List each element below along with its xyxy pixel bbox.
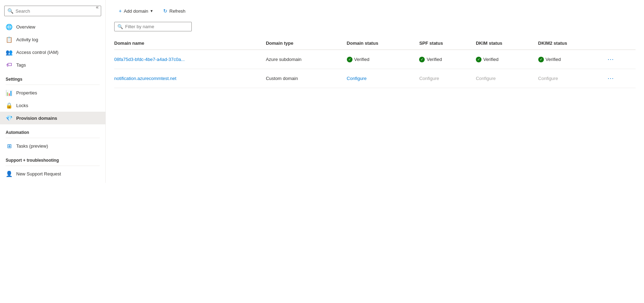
sidebar-item-locks[interactable]: 🔒 Locks <box>0 99 105 112</box>
search-box[interactable]: 🔍 <box>4 6 101 16</box>
sidebar-item-provision-domains[interactable]: 💎 Provision domains <box>0 112 105 124</box>
table-row: notification.azurecommtest.net Custom do… <box>114 69 636 88</box>
sidebar-item-overview[interactable]: 🌐 Overview <box>0 20 105 33</box>
lock-icon: 🔒 <box>6 102 13 109</box>
cell-domain-status: ✓ Verified <box>347 50 419 69</box>
col-actions <box>606 37 636 50</box>
dkim2-check-icon: ✓ <box>538 57 544 62</box>
support-divider <box>6 166 100 166</box>
cell-row1-actions: ··· <box>606 50 636 69</box>
sidebar-item-properties[interactable]: 📊 Properties <box>0 86 105 99</box>
cell-domain-status-2: Configure <box>347 69 419 88</box>
support-section-header: Support + troubleshooting <box>0 152 105 164</box>
dkim-status-label: Verified <box>483 57 498 62</box>
refresh-button[interactable]: ↻ Refresh <box>159 6 190 16</box>
domain-status-label: Verified <box>354 57 369 62</box>
toolbar: + Add domain ▾ ↻ Refresh <box>114 6 636 16</box>
sidebar-item-label: Tags <box>16 62 26 68</box>
sidebar-item-label: Locks <box>16 103 28 108</box>
domain-name-link[interactable]: 08fa75d3-bfdc-4be7-a4ad-37c0a... <box>114 57 185 62</box>
sidebar-panel: 🔍 « 🌐 Overview 📋 Activity log 👥 Access c… <box>0 0 106 183</box>
filter-input-wrap[interactable]: 🔍 <box>114 22 192 31</box>
cell-domain-name-2: notification.azurecommtest.net <box>114 69 266 88</box>
add-domain-label: Add domain <box>124 8 148 14</box>
col-spf-status: SPF status <box>419 37 476 50</box>
dkim-check-icon: ✓ <box>476 57 482 62</box>
table-row: 08fa75d3-bfdc-4be7-a4ad-37c0a... Azure s… <box>114 50 636 69</box>
spf-configure-grey: Configure <box>419 76 439 81</box>
cell-spf-status-2: Configure <box>419 69 476 88</box>
domain-status-configure[interactable]: Configure <box>347 76 367 81</box>
cell-domain-type: Azure subdomain <box>266 50 346 69</box>
dkim-status-verified: ✓ Verified <box>476 57 534 62</box>
main-content: + Add domain ▾ ↻ Refresh 🔍 Domain name D… <box>106 0 644 303</box>
grid-icon: ⊞ <box>6 142 13 149</box>
sidebar-item-activity-log[interactable]: 📋 Activity log <box>0 33 105 46</box>
filter-bar: 🔍 <box>114 22 636 31</box>
domain-status-verified: ✓ Verified <box>347 57 415 62</box>
col-domain-type: Domain type <box>266 37 346 50</box>
cell-domain-name: 08fa75d3-bfdc-4be7-a4ad-37c0a... <box>114 50 266 69</box>
spf-status-label: Verified <box>427 57 442 62</box>
table-header: Domain name Domain type Domain status SP… <box>114 37 636 50</box>
sidebar-item-tags[interactable]: 🏷 Tags <box>0 58 105 71</box>
cell-dkim-status: ✓ Verified <box>476 50 538 69</box>
sidebar-item-label: Overview <box>16 24 35 30</box>
sidebar-item-label: New Support Request <box>16 171 61 177</box>
dkim2-status-verified: ✓ Verified <box>538 57 601 62</box>
search-icon: 🔍 <box>7 8 13 14</box>
chevron-down-icon: ▾ <box>151 8 153 13</box>
filter-search-icon: 🔍 <box>117 24 123 29</box>
table-body: 08fa75d3-bfdc-4be7-a4ad-37c0a... Azure s… <box>114 50 636 88</box>
cell-domain-type-2: Custom domain <box>266 69 346 88</box>
sidebar-item-label: Properties <box>16 90 37 95</box>
sidebar-item-tasks[interactable]: ⊞ Tasks (preview) <box>0 140 105 152</box>
verified-check-icon: ✓ <box>347 57 352 62</box>
sidebar-item-new-support[interactable]: 👤 New Support Request <box>0 167 105 180</box>
tag-icon: 🏷 <box>6 61 13 68</box>
people-icon: 👥 <box>6 49 13 56</box>
col-dkim-status: DKIM status <box>476 37 538 50</box>
sidebar: 🔍 « 🌐 Overview 📋 Activity log 👥 Access c… <box>0 0 106 303</box>
sidebar-item-label: Provision domains <box>16 116 57 121</box>
spf-check-icon: ✓ <box>419 57 425 62</box>
cell-spf-status: ✓ Verified <box>419 50 476 69</box>
filter-input[interactable] <box>125 24 189 29</box>
cell-dkim-status-2: Configure <box>476 69 538 88</box>
spf-status-verified: ✓ Verified <box>419 57 472 62</box>
person-circle-icon: 👤 <box>6 170 13 177</box>
domain-name-link-2[interactable]: notification.azurecommtest.net <box>114 76 176 81</box>
list-icon: 📋 <box>6 36 13 43</box>
settings-divider <box>6 85 100 85</box>
refresh-icon: ↻ <box>163 8 167 14</box>
bars-icon: 📊 <box>6 89 13 96</box>
row1-more-button[interactable]: ··· <box>606 55 616 64</box>
globe-icon: 🌐 <box>6 23 13 30</box>
collapse-button[interactable]: « <box>94 4 100 11</box>
domains-table: Domain name Domain type Domain status SP… <box>114 37 636 88</box>
add-domain-button[interactable]: + Add domain ▾ <box>114 6 157 16</box>
col-dkim2-status: DKIM2 status <box>538 37 606 50</box>
dkim2-status-label: Verified <box>546 57 561 62</box>
cell-dkim2-status: ✓ Verified <box>538 50 606 69</box>
settings-section-header: Settings <box>0 71 105 83</box>
cell-row2-actions: ··· <box>606 69 636 88</box>
sidebar-item-label: Access control (IAM) <box>16 50 59 55</box>
col-domain-name: Domain name <box>114 37 266 50</box>
col-domain-status: Domain status <box>347 37 419 50</box>
sidebar-item-label: Activity log <box>16 37 38 42</box>
cell-dkim2-status-2: Configure <box>538 69 606 88</box>
dkim2-configure-grey: Configure <box>538 76 558 81</box>
sidebar-item-access-control[interactable]: 👥 Access control (IAM) <box>0 46 105 58</box>
plus-icon: + <box>119 8 122 14</box>
dkim-configure-grey: Configure <box>476 76 496 81</box>
search-input[interactable] <box>16 8 98 14</box>
automation-divider <box>6 138 100 138</box>
refresh-label: Refresh <box>170 8 186 14</box>
sidebar-item-label: Tasks (preview) <box>16 143 48 149</box>
row2-more-button[interactable]: ··· <box>606 74 616 83</box>
diamond-icon: 💎 <box>6 115 13 122</box>
automation-section-header: Automation <box>0 124 105 136</box>
